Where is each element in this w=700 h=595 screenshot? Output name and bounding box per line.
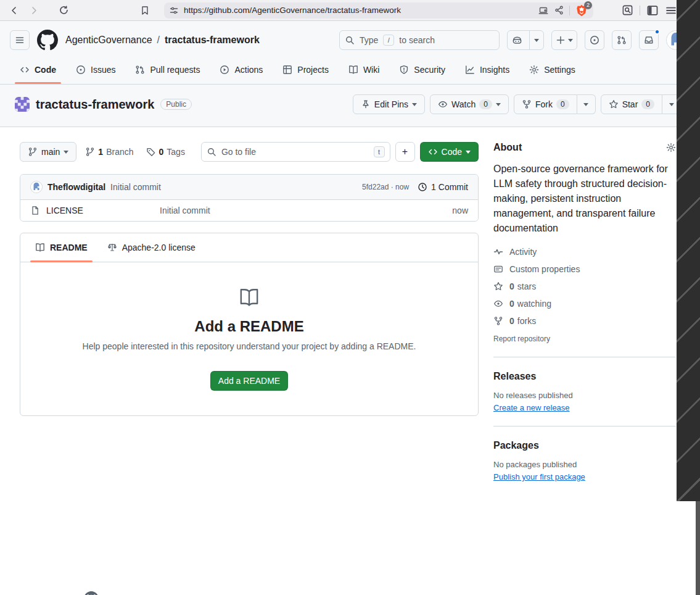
fork-button[interactable]: Fork 0 [514,94,577,114]
github-footer-logo[interactable] [84,591,99,595]
chevron-down-icon [412,103,417,106]
law-icon [107,243,117,252]
search-icon [207,147,216,157]
tab-pull-requests[interactable]: Pull requests [125,56,210,84]
watch-count: 0 [479,99,492,109]
issues-dashboard-button[interactable] [585,30,604,50]
file-name[interactable]: LICENSE [46,206,83,215]
forward-button[interactable] [26,2,42,19]
global-nav-menu-button[interactable] [10,30,30,50]
edit-about-button[interactable] [666,143,676,152]
reload-button[interactable] [56,2,72,19]
code-button-label: Code [442,147,462,157]
git-pull-request-icon [617,35,627,45]
sidebar-item-label: stars [517,281,536,291]
tab-code[interactable]: Code [10,56,66,84]
tab-projects[interactable]: Projects [273,56,339,84]
tab-label: Issues [91,65,115,75]
copilot-segment[interactable] [508,31,527,49]
tab-security[interactable]: Security [389,56,455,84]
sidebar-item-label: Activity [509,247,537,257]
url-text[interactable]: https://github.com/AgenticGovernance/tra… [184,6,533,15]
sidebar-item-stars[interactable]: 0 stars [493,281,676,291]
edit-pins-button[interactable]: Edit Pins [353,94,425,114]
git-pull-request-icon [135,65,145,75]
search-panel-icon[interactable] [622,4,633,16]
reload-icon [59,5,69,15]
table-row[interactable]: LICENSE Initial commit now [20,199,478,221]
search-slash-keycap: / [383,35,394,46]
tab-issues[interactable]: Issues [66,56,125,84]
tab-label: Code [35,65,56,75]
create-release-link[interactable]: Create a new release [493,403,570,412]
commit-message[interactable]: Initial commit [110,182,161,192]
commit-author-avatar[interactable] [30,181,43,193]
bookmark-button[interactable] [137,2,153,19]
about-title: About [493,142,522,153]
fork-label: Fork [535,99,553,109]
commit-history-link[interactable]: 1 Commit [418,182,468,192]
fork-dropdown-button[interactable] [577,94,596,114]
tab-label: Actions [234,65,263,75]
save-to-device-icon[interactable] [538,6,549,15]
tab-settings[interactable]: Settings [519,56,585,84]
readme-empty-state: Add a README Help people interested in t… [20,262,478,415]
tab-license[interactable]: Apache-2.0 license [97,233,205,262]
copilot-button[interactable] [507,30,544,50]
url-bar[interactable]: https://github.com/AgenticGovernance/tra… [164,2,593,19]
site-permissions-icon[interactable] [169,6,179,15]
create-new-button[interactable] [551,30,577,50]
tab-label: Settings [544,65,575,75]
sidebar-item-activity[interactable]: Activity [493,247,676,257]
branch-selector[interactable]: main [20,142,76,162]
commit-author[interactable]: Theflowdigital [47,182,105,192]
file-commit-message[interactable]: Initial commit [160,206,452,215]
add-file-button[interactable]: + [395,142,415,162]
global-search-input[interactable]: Type / to search [339,30,500,50]
github-logo[interactable] [37,30,58,51]
brave-shield-button[interactable]: 2 [575,4,588,17]
sidebar-toggle-icon[interactable] [646,4,659,17]
repo-description: Open-source governance framework for LLM… [493,162,676,236]
sidebar-item-watching[interactable]: 0 watching [493,299,676,309]
goto-file-input[interactable]: Go to file t [201,142,390,162]
tags-link[interactable]: 0 Tags [146,147,185,157]
sidebar-item-custom-properties[interactable]: Custom properties [493,264,676,274]
star-button[interactable]: Star 0 [601,94,662,114]
readme-empty-help: Help people interested in this repositor… [40,341,458,351]
back-button[interactable] [6,2,22,19]
file-icon [30,206,40,215]
back-icon [9,6,19,15]
breadcrumb-owner[interactable]: AgenticGovernance [65,35,152,46]
publish-package-link[interactable]: Publish your first package [493,472,585,481]
pull-requests-dashboard-button[interactable] [612,30,632,50]
copilot-dropdown-segment[interactable] [529,31,543,49]
tab-insights[interactable]: Insights [455,56,519,84]
desktop-wallpaper [677,0,700,501]
repo-avatar[interactable] [15,97,30,112]
code-button[interactable]: Code [420,142,479,162]
shield-count-badge: 2 [584,1,592,9]
tab-wiki[interactable]: Wiki [339,56,389,84]
inbox-button[interactable] [639,30,659,50]
breadcrumb-repo[interactable]: tractatus-framework [165,35,260,46]
share-icon[interactable] [554,5,564,15]
issue-opened-icon [76,65,86,75]
star-count: 0 [641,99,654,109]
branches-label: Branch [106,147,133,157]
tags-label: Tags [167,147,185,157]
watch-button[interactable]: Watch 0 [430,94,509,114]
browser-menu-icon[interactable] [665,4,677,17]
tab-readme[interactable]: README [25,233,97,262]
add-readme-button[interactable]: Add a README [210,371,288,391]
page-title[interactable]: tractatus-framework [36,98,154,112]
tab-actions[interactable]: Actions [210,56,273,84]
readme-tabs: README Apache-2.0 license [20,233,478,262]
commit-sha-time[interactable]: 5fd22ad · now [362,183,409,191]
chevron-down-icon [64,151,68,154]
report-repository-link[interactable]: Report repository [493,335,676,343]
goto-file-placeholder: Go to file [221,147,369,157]
browser-window: https://github.com/AgenticGovernance/tra… [0,0,696,595]
branches-link[interactable]: 1 Branch [85,147,133,157]
sidebar-item-forks[interactable]: 0 forks [493,316,676,326]
